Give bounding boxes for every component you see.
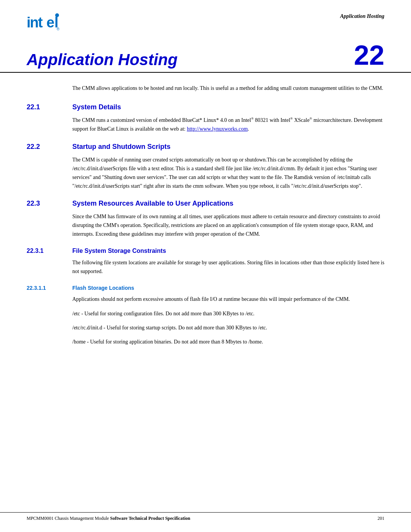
page-header: int e l ® Application Hosting [0, 0, 411, 38]
intro-paragraph: The CMM allows applications to be hosted… [72, 84, 384, 93]
section-22-1: 22.1 System Details The CMM runs a custo… [27, 103, 384, 133]
section-22-3-body: Since the CMM has firmware of its own ru… [72, 212, 384, 238]
section-22-1-heading: 22.1 System Details [27, 103, 384, 111]
section-22-2: 22.2 Startup and Shutdown Scripts The CM… [27, 143, 384, 190]
flash-para-4: /home - Useful for storing application b… [72, 337, 384, 346]
svg-text:e: e [46, 14, 54, 30]
footer-left: MPCMM0001 Chassis Management Module Soft… [27, 516, 190, 521]
section-22-3-heading: 22.3 System Resources Available to User … [27, 200, 384, 208]
flash-para-1: Applications should not perform excessiv… [72, 295, 384, 304]
chapter-title: Application Hosting [27, 51, 178, 69]
flash-para-3: /etc/rc.d/init.d - Useful for storing st… [72, 323, 384, 332]
svg-point-3 [55, 13, 59, 17]
section-22-3-1-1-title: Flash Storage Locations [72, 285, 134, 291]
footer-page-number: 201 [378, 516, 384, 521]
section-22-2-title: Startup and Shutdown Scripts [72, 143, 170, 151]
section-22-3: 22.3 System Resources Available to User … [27, 200, 384, 238]
svg-text:®: ® [57, 27, 60, 31]
section-22-2-body: The CMM is capable of running user creat… [72, 155, 384, 190]
section-22-3-1-title: File System Storage Constraints [72, 248, 166, 254]
section-22-1-title: System Details [72, 103, 121, 111]
section-22-3-1-1: 22.3.1.1 Flash Storage Locations Applica… [27, 285, 384, 346]
main-content: The CMM allows applications to be hosted… [0, 73, 411, 371]
section-22-3-1-1-heading: 22.3.1.1 Flash Storage Locations [27, 285, 384, 291]
section-22-1-body: The CMM runs a customized version of emb… [72, 116, 384, 133]
intel-logo: int e l ® [27, 11, 61, 34]
section-22-3-1-num: 22.3.1 [27, 248, 72, 254]
section-22-3-1-1-body: Applications should not perform excessiv… [72, 295, 384, 346]
page: int e l ® Application Hosting Applicatio… [0, 0, 411, 532]
section-22-3-1-body: The following file system locations are … [72, 258, 384, 276]
section-22-1-num: 22.1 [27, 103, 72, 111]
section-22-3-title: System Resources Available to User Appli… [72, 200, 233, 208]
section-22-2-heading: 22.2 Startup and Shutdown Scripts [27, 143, 384, 151]
section-22-3-1-1-num: 22.3.1.1 [27, 285, 72, 291]
section-22-3-num: 22.3 [27, 200, 72, 208]
svg-text:int: int [27, 14, 43, 30]
header-running-title: Application Hosting [340, 11, 384, 19]
section-22-2-num: 22.2 [27, 143, 72, 151]
page-footer: MPCMM0001 Chassis Management Module Soft… [0, 512, 411, 521]
section-22-3-1: 22.3.1 File System Storage Constraints T… [27, 248, 384, 276]
flash-para-2: /etc - Useful for storing configuration … [72, 309, 384, 318]
chapter-number: 22 [354, 42, 384, 69]
section-22-3-1-heading: 22.3.1 File System Storage Constraints [27, 248, 384, 254]
chapter-heading: Application Hosting 22 [0, 38, 411, 73]
lynuxworks-link[interactable]: http://www.lynuxworks.com [187, 126, 248, 132]
